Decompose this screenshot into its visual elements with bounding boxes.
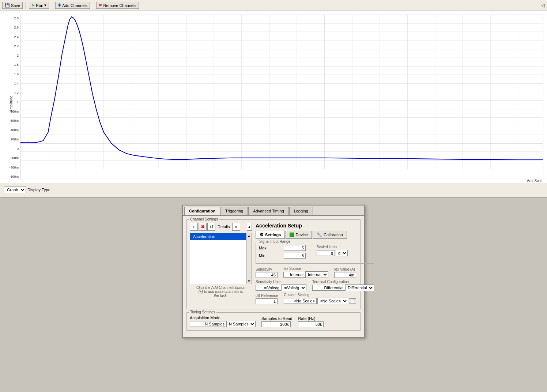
config-window: Configuration Triggering Advanced Timing… — [182, 205, 365, 338]
accel-tab-device[interactable]: Device — [286, 231, 312, 239]
db-reference-input[interactable] — [256, 298, 278, 304]
expand-btn[interactable]: » — [232, 223, 240, 231]
y-tick: 1.4 — [0, 82, 20, 85]
main-area: Amplitude 2.8 2.6 2.4 2.2 2 1.8 1.6 1.4 … — [0, 11, 547, 392]
accel-tab-settings[interactable]: ⚙ Settings — [256, 231, 285, 239]
signal-input-range-title: Signal Input Range — [258, 240, 291, 244]
acquisition-mode-col: Acquisition Mode N Samples — [190, 316, 256, 327]
terminal-config-input[interactable] — [312, 285, 345, 291]
custom-scaling-col: Custom Scaling <No Scale> 📄 — [284, 293, 356, 304]
y-tick: 0 — [0, 147, 20, 151]
y-tick: 2.4 — [0, 35, 20, 39]
channel-list-panel: + ✖ ↺ Details » ▲ Accel — [190, 223, 252, 306]
channel-list: Acceleration — [190, 233, 246, 284]
add-channel-btn[interactable]: + — [190, 223, 198, 231]
acquisition-mode-input[interactable] — [190, 321, 226, 327]
min-row: Min — [259, 253, 306, 259]
save-button[interactable]: 💾 Save — [2, 2, 23, 9]
graph-bottom-bar: Graph Display Type — [0, 183, 547, 197]
accel-tab-calibration[interactable]: 🔧 Calibration — [313, 231, 347, 239]
add-channels-button[interactable]: ✚ Add Channels — [55, 2, 90, 9]
max-row: Max — [259, 245, 306, 251]
y-tick: -600m — [0, 175, 20, 178]
run-icon: ➤ — [31, 3, 35, 8]
scroll-down-icon[interactable]: ▼ — [248, 279, 251, 283]
details-label: Details — [216, 225, 231, 229]
max-min-col: Max Min — [259, 245, 306, 260]
sensitivity-units-col: Sensitivity Units mVolts/g — [256, 280, 306, 291]
reset-channel-btn[interactable]: ↺ — [207, 223, 215, 231]
channel-scrollbar[interactable]: ▲ ▼ — [246, 233, 252, 284]
sensitivity-units-row: Sensitivity Units mVolts/g — [256, 280, 374, 291]
run-dropdown-arrow[interactable]: ▾ — [44, 3, 46, 8]
samples-to-read-col: Samples to Read — [261, 316, 292, 327]
tab-configuration[interactable]: Configuration — [184, 207, 220, 215]
y-tick: 400m — [0, 128, 20, 132]
samples-to-read-input[interactable] — [261, 321, 291, 327]
toolbar-separator-3 — [93, 2, 93, 9]
y-tick: -200m — [0, 156, 20, 160]
device-icon — [290, 233, 294, 237]
autoscale-label: AutoScal — [527, 179, 542, 183]
db-reference-label: dB Reference — [256, 294, 278, 298]
acquisition-mode-select[interactable]: N Samples — [226, 321, 256, 327]
iex-source-col: Iex Source Internal — [283, 267, 328, 278]
tab-triggering[interactable]: Triggering — [220, 207, 248, 215]
run-label: Run — [36, 3, 43, 8]
tab-logging[interactable]: Logging — [289, 207, 313, 215]
custom-scaling-browse[interactable]: 📄 — [349, 298, 356, 304]
rate-label: Rate (Hz) — [298, 316, 324, 321]
remove-channels-label: Remove Channels — [103, 3, 136, 8]
scaled-units-input[interactable] — [317, 250, 335, 256]
y-tick: 2.2 — [0, 44, 20, 48]
scaled-units-select[interactable]: g — [336, 250, 348, 256]
add-icon: ✚ — [58, 3, 61, 8]
iex-source-input[interactable] — [283, 272, 305, 278]
max-input[interactable] — [284, 245, 306, 251]
remove-channel-btn[interactable]: ✖ — [199, 223, 207, 231]
tab-advanced-timing[interactable]: Advanced Timing — [248, 207, 288, 215]
scroll-up-icon[interactable]: ▲ — [248, 234, 251, 238]
terminal-config-label: Terminal Configuration — [312, 280, 374, 284]
y-tick: 2 — [0, 54, 20, 57]
scroll-up-btn[interactable]: ▲ — [247, 223, 252, 231]
y-tick: 200m — [0, 137, 20, 141]
sensitivity-units-label: Sensitivity Units — [256, 280, 306, 284]
channel-list-container: Acceleration ▲ ▼ — [190, 233, 252, 284]
remove-icon: ✖ — [99, 3, 102, 8]
sensitivity-units-input[interactable] — [256, 285, 281, 291]
db-reference-col: dB Reference — [256, 294, 278, 304]
sensitivity-units-select[interactable]: mVolts/g — [281, 284, 306, 291]
config-body: Channel Settings + ✖ ↺ Details » — [183, 216, 364, 337]
display-type-label: Display Type — [27, 188, 50, 192]
graph-type-select[interactable]: Graph — [4, 186, 26, 193]
window-controls: ◁ — [541, 3, 545, 8]
y-tick: 800m — [0, 110, 20, 113]
custom-scaling-select[interactable]: <No Scale> — [317, 298, 348, 304]
terminal-config-select[interactable]: Differential — [345, 284, 374, 291]
run-button[interactable]: ➤ Run ▾ — [29, 2, 49, 9]
iex-value-input[interactable] — [334, 272, 356, 278]
sensitivity-col: Sensitivity — [256, 267, 278, 278]
min-input[interactable] — [284, 253, 306, 259]
remove-channels-button[interactable]: ✖ Remove Channels — [96, 2, 139, 9]
custom-scaling-input[interactable] — [284, 298, 317, 304]
y-tick: 1.2 — [0, 91, 20, 95]
add-channels-label: Add Channels — [62, 3, 87, 8]
y-tick: -400m — [0, 166, 20, 169]
rate-input[interactable] — [298, 321, 324, 327]
timing-settings-title: Timing Settings — [189, 310, 216, 314]
graph-area: Amplitude 2.8 2.6 2.4 2.2 2 1.8 1.6 1.4 … — [0, 11, 547, 197]
display-type-selector: Graph Display Type — [4, 186, 50, 193]
channel-toolbar: + ✖ ↺ Details » ▲ — [190, 223, 252, 231]
toolbar-separator — [26, 2, 26, 9]
iex-source-select[interactable]: Internal — [305, 271, 328, 278]
settings-icon: ⚙ — [260, 232, 264, 237]
sensitivity-input[interactable] — [256, 272, 278, 278]
channel-item-acceleration[interactable]: Acceleration — [190, 233, 246, 240]
y-axis-labels: 2.8 2.6 2.4 2.2 2 1.8 1.6 1.4 1.2 1 800m… — [0, 15, 20, 180]
accel-tabs: ⚙ Settings Device 🔧 Calibration — [256, 231, 374, 239]
graph-svg — [20, 15, 543, 180]
iex-source-label: Iex Source — [283, 267, 328, 271]
calibration-icon: 🔧 — [317, 232, 322, 237]
